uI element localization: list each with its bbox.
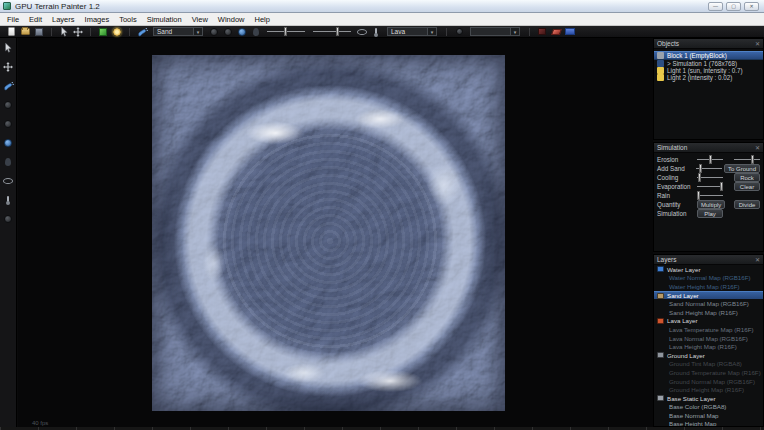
menu-item-file[interactable]: File: [2, 15, 24, 24]
red-mesh-button[interactable]: [550, 26, 562, 37]
minimize-button[interactable]: —: [708, 2, 723, 11]
slider-handle[interactable]: [697, 191, 700, 200]
open-file-button[interactable]: [19, 26, 31, 37]
block-tool-button[interactable]: [97, 26, 109, 37]
layer-item-lava-layer[interactable]: Lava Layer: [654, 317, 763, 326]
menu-item-window[interactable]: Window: [213, 15, 250, 24]
fluid-type-dropdown[interactable]: Lava ▾: [387, 27, 437, 36]
move-tool-button[interactable]: [72, 26, 84, 37]
window-controls: — ▢ ✕: [708, 2, 764, 11]
sphere-brush-1-button[interactable]: [208, 26, 220, 37]
layer-item-sand-layer[interactable]: Sand Layer: [654, 291, 763, 300]
terrain-view[interactable]: [152, 55, 505, 411]
sphere-blue-icon: [4, 139, 12, 147]
erosion-slider-1[interactable]: [697, 155, 723, 164]
sphere-tool-blue[interactable]: [2, 137, 15, 148]
layer-item-water-normal-map-rgb16f[interactable]: Water Normal Map (RGB16F): [654, 274, 763, 283]
droplet-button[interactable]: [250, 26, 262, 37]
spray-brush-tool[interactable]: [2, 80, 15, 91]
save-button[interactable]: [33, 26, 45, 37]
sphere-brush-2-button[interactable]: [222, 26, 234, 37]
extra-dropdown[interactable]: ▾: [470, 27, 520, 36]
object-item-simulation-1-768x768[interactable]: > Simulation 1 (768x768): [654, 60, 763, 67]
slider-handle[interactable]: [720, 182, 723, 191]
object-item-block-1-emptyblock[interactable]: Block 1 (EmptyBlock): [654, 51, 763, 60]
slider-handle[interactable]: [336, 27, 339, 36]
new-file-button[interactable]: [5, 26, 17, 37]
sphere-tool-2[interactable]: [2, 118, 15, 129]
object-item-light-2-intensity-0-02[interactable]: Light 2 (intensity : 0.02): [654, 74, 763, 81]
multiply-button[interactable]: Multiply: [697, 200, 725, 209]
layer-item-lava-temperature-map-r16f[interactable]: Lava Temperature Map (R16F): [654, 325, 763, 334]
sphere-tool-1[interactable]: [2, 99, 15, 110]
close-icon[interactable]: ✕: [755, 145, 760, 151]
slider-handle[interactable]: [709, 155, 712, 164]
menu-item-layers[interactable]: Layers: [47, 15, 80, 24]
erosion-slider-2[interactable]: [734, 155, 760, 164]
layer-item-lava-height-map-r16f[interactable]: Lava Height Map (R16F): [654, 342, 763, 351]
menu-item-view[interactable]: View: [187, 15, 213, 24]
spray-brush-button[interactable]: [136, 26, 148, 37]
layer-item-sand-height-map-r16f[interactable]: Sand Height Map (R16F): [654, 308, 763, 317]
sphere-small-button[interactable]: [453, 26, 465, 37]
add-sand-slider[interactable]: [696, 164, 722, 173]
layer-item-water-height-map-r16f[interactable]: Water Height Map (R16F): [654, 282, 763, 291]
thermometer-tool[interactable]: [2, 194, 15, 205]
layer-item-base-static-layer[interactable]: Base Static Layer: [654, 394, 763, 403]
ring-tool[interactable]: [2, 175, 15, 186]
viewport[interactable]: 40 fps: [18, 38, 653, 427]
close-icon[interactable]: ✕: [755, 257, 760, 263]
menu-item-help[interactable]: Help: [250, 15, 275, 24]
layer-item-base-color-rgba8[interactable]: Base Color (RGBA8): [654, 403, 763, 412]
play-button[interactable]: Play: [697, 209, 723, 218]
droplet-tool[interactable]: [2, 156, 15, 167]
move-tool[interactable]: [2, 61, 15, 72]
layer-item-ground-height-map-r16f[interactable]: Ground Height Map (R16F): [654, 385, 763, 394]
close-button[interactable]: ✕: [744, 2, 759, 11]
menu-item-images[interactable]: Images: [80, 15, 115, 24]
clear-button[interactable]: Clear: [734, 182, 760, 191]
sphere-brush-blue-button[interactable]: [236, 26, 248, 37]
brush-strength-slider[interactable]: [313, 27, 351, 36]
evaporation-slider[interactable]: [697, 182, 723, 191]
slider-handle[interactable]: [698, 173, 701, 182]
brush-size-slider[interactable]: [267, 27, 305, 36]
rock-button[interactable]: Rock: [734, 173, 760, 182]
object-item-light-1-sun-intensity-0-7[interactable]: Light 1 (sun, intensity : 0.7): [654, 67, 763, 74]
close-icon[interactable]: ✕: [755, 41, 760, 47]
divide-button[interactable]: Divide: [734, 200, 760, 209]
fps-counter: 40 fps: [32, 420, 48, 426]
layer-item-water-layer[interactable]: Water Layer: [654, 265, 763, 274]
sun-icon: [113, 28, 121, 36]
sphere-tool-3[interactable]: [2, 213, 15, 224]
ring-tool-button[interactable]: [356, 26, 368, 37]
blue-block-button[interactable]: [564, 26, 576, 37]
brush-material-dropdown[interactable]: Sand ▾: [153, 27, 203, 36]
layer-item-base-normal-map[interactable]: Base Normal Map: [654, 411, 763, 420]
thermometer-tool-button[interactable]: [370, 26, 382, 37]
menu-item-simulation[interactable]: Simulation: [142, 15, 187, 24]
menu-item-edit[interactable]: Edit: [24, 15, 47, 24]
layer-item-ground-normal-map-rgb16f[interactable]: Ground Normal Map (RGB16F): [654, 377, 763, 386]
slider-handle[interactable]: [751, 155, 754, 164]
select-tool-button[interactable]: [58, 26, 70, 37]
layer-item-ground-tint-map-rgba8[interactable]: Ground Tint Map (RGBA8): [654, 360, 763, 369]
layer-item-sand-normal-map-rgb16f[interactable]: Sand Normal Map (RGB16F): [654, 299, 763, 308]
layer-item-lava-normal-map-rgb16f[interactable]: Lava Normal Map (RGB16F): [654, 334, 763, 343]
sim-row-quantity: QuantityMultiplyDivide: [654, 200, 763, 209]
sim-row-label: Rain: [657, 192, 697, 199]
layer-item-ground-temperature-map-r16f[interactable]: Ground Temperature Map (R16F): [654, 368, 763, 377]
to-ground-button[interactable]: To Ground: [724, 164, 760, 173]
layer-item-base-height-map[interactable]: Base Height Map: [654, 420, 763, 427]
slider-handle[interactable]: [699, 164, 702, 173]
layer-item-ground-layer[interactable]: Ground Layer: [654, 351, 763, 360]
light-icon: [657, 74, 664, 81]
rain-slider[interactable]: [697, 191, 723, 200]
light-tool-button[interactable]: [111, 26, 123, 37]
cursor-tool[interactable]: [2, 42, 15, 53]
red-flag-button[interactable]: [536, 26, 548, 37]
slider-handle[interactable]: [284, 27, 287, 36]
cooling-slider[interactable]: [697, 173, 723, 182]
maximize-button[interactable]: ▢: [726, 2, 741, 11]
menu-item-tools[interactable]: Tools: [114, 15, 142, 24]
